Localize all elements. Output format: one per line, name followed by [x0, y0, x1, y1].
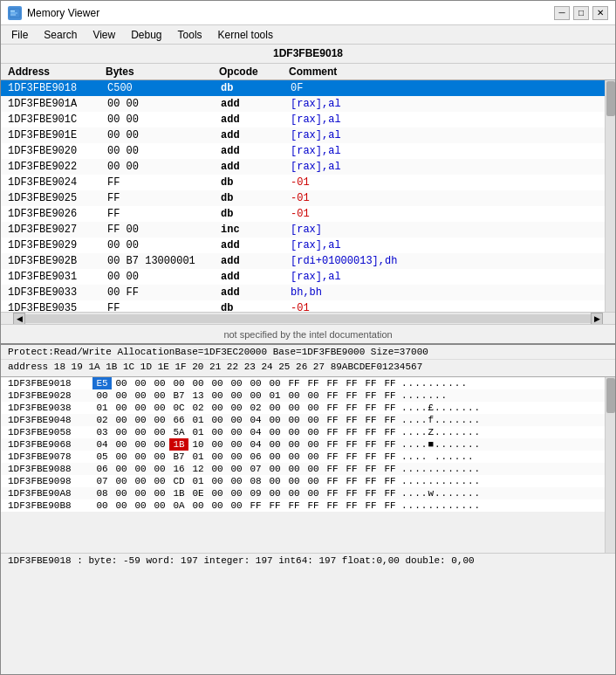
svg-rect-3 [10, 14, 16, 15]
table-row[interactable]: 1DF3FBE902B 00 B7 13000001 add [rdi+0100… [1, 253, 615, 269]
table-row[interactable]: 1DF3FBE9025 FF db -01 [1, 190, 615, 206]
hex-row[interactable]: 1DF3FBE9098 07 00 00 00 CD 01 00 00 08 0… [1, 475, 615, 487]
hex-panel: Protect:Read/Write AllocationBase=1DF3EC… [1, 343, 615, 570]
hex-row[interactable]: 1DF3FBE9038 01 00 00 00 0C 02 00 00 02 0… [1, 402, 615, 414]
hscroll-left-btn[interactable]: ◀ [13, 313, 25, 325]
disasm-hscroll[interactable]: ◀ ▶ [1, 312, 615, 324]
menu-debug[interactable]: Debug [124, 27, 168, 43]
menu-search[interactable]: Search [37, 27, 84, 43]
menu-view[interactable]: View [86, 27, 122, 43]
table-row[interactable]: 1DF3FBE9026 FF db -01 [1, 206, 615, 222]
hex-row[interactable]: 1DF3FBE9048 02 00 00 00 66 01 00 00 04 0… [1, 414, 615, 426]
app-icon [8, 6, 22, 20]
table-row[interactable]: 1DF3FBE901C 00 00 add [rax],al [1, 112, 615, 127]
hex-row[interactable]: 1DF3FBE9088 06 00 00 00 16 12 00 00 07 0… [1, 463, 615, 475]
title-bar: Memory Viewer ─ □ ✕ [1, 1, 615, 25]
window-title: Memory Viewer [27, 7, 99, 19]
hex-row[interactable]: 1DF3FBE9068 04 00 00 00 1B 10 00 00 04 0… [1, 438, 615, 451]
hscroll-right-btn[interactable]: ▶ [591, 313, 603, 325]
hex-status-bottom: 1DF3FBE9018 : byte: -59 word: 197 intege… [1, 553, 615, 570]
table-row[interactable]: 1DF3FBE9029 00 00 add [rax],al [1, 238, 615, 253]
address-bar[interactable]: 1DF3FBE9018 [1, 45, 615, 64]
table-row[interactable]: 1DF3FBE9020 00 00 add [rax],al [1, 143, 615, 159]
table-row[interactable]: 1DF3FBE9018 C500 db 0F [1, 80, 615, 96]
menu-tools[interactable]: Tools [171, 27, 209, 43]
hex-table: 1DF3FBE9018 E5 00 00 00 00 00 00 00 00 0… [1, 377, 615, 512]
header-address: Address [1, 65, 106, 78]
table-row[interactable]: 1DF3FBE9024 FF db -01 [1, 175, 615, 190]
hex-scroll-thumb[interactable] [606, 378, 615, 413]
menu-kernel-tools[interactable]: Kernel tools [211, 27, 280, 43]
table-row[interactable]: 1DF3FBE901E 00 00 add [rax],al [1, 127, 615, 143]
table-row[interactable]: 1DF3FBE9031 00 00 add [rax],al [1, 269, 615, 285]
table-row[interactable]: 1DF3FBE9027 FF 00 inc [rax] [1, 222, 615, 238]
disasm-status: not specified by the intel documentation [1, 324, 615, 343]
header-bytes: Bytes [106, 65, 219, 78]
disasm-scroll-thumb[interactable] [606, 81, 615, 116]
maximize-button[interactable]: □ [573, 6, 589, 20]
minimize-button[interactable]: ─ [554, 6, 570, 20]
hex-scrollbar[interactable] [605, 377, 615, 553]
hex-row[interactable]: 1DF3FBE9058 03 00 00 00 5A 01 00 00 04 0… [1, 426, 615, 438]
title-bar-left: Memory Viewer [8, 6, 99, 20]
disasm-panel: Address Bytes Opcode Comment 1DF3FBE9018… [1, 64, 615, 343]
table-row[interactable]: 1DF3FBE9035 FF db -01 [1, 300, 615, 312]
table-row[interactable]: 1DF3FBE901A 00 00 add [rax],al [1, 96, 615, 112]
svg-rect-2 [10, 12, 17, 13]
hex-protect-line: Protect:Read/Write AllocationBase=1DF3EC… [1, 345, 615, 360]
hex-header: address 18 19 1A 1B 1C 1D 1E 1F 20 21 22… [1, 360, 615, 377]
disasm-header: Address Bytes Opcode Comment [1, 64, 615, 80]
header-comment: Comment [289, 65, 615, 78]
svg-rect-1 [10, 10, 15, 12]
hex-row[interactable]: 1DF3FBE9078 05 00 00 00 B7 01 00 00 06 0… [1, 451, 615, 463]
menu-bar: File Search View Debug Tools Kernel tool… [1, 25, 615, 45]
hex-row[interactable]: 1DF3FBE90A8 08 00 00 00 1B 0E 00 00 09 0… [1, 487, 615, 499]
window-controls: ─ □ ✕ [554, 6, 608, 20]
menu-file[interactable]: File [4, 27, 35, 43]
table-row[interactable]: 1DF3FBE9033 00 FF add bh,bh [1, 285, 615, 300]
disasm-scroll[interactable]: 1DF3FBE9018 C500 db 0F 1DF3FBE901A 00 00… [1, 80, 615, 312]
header-opcode: Opcode [219, 65, 289, 78]
close-button[interactable]: ✕ [592, 6, 608, 20]
hscroll-track[interactable] [25, 314, 591, 323]
main-window: Memory Viewer ─ □ ✕ File Search View Deb… [0, 0, 616, 675]
disasm-table: 1DF3FBE9018 C500 db 0F 1DF3FBE901A 00 00… [1, 80, 615, 312]
hex-row[interactable]: 1DF3FBE9018 E5 00 00 00 00 00 00 00 00 0… [1, 377, 615, 389]
hex-row[interactable]: 1DF3FBE90B8 00 00 00 00 0A 00 00 00 FF F… [1, 499, 615, 512]
disasm-scrollbar[interactable] [605, 80, 615, 312]
hex-scroll[interactable]: 1DF3FBE9018 E5 00 00 00 00 00 00 00 00 0… [1, 377, 615, 553]
hex-row[interactable]: 1DF3FBE9028 00 00 00 00 B7 13 00 00 00 0… [1, 389, 615, 402]
table-row[interactable]: 1DF3FBE9022 00 00 add [rax],al [1, 159, 615, 175]
